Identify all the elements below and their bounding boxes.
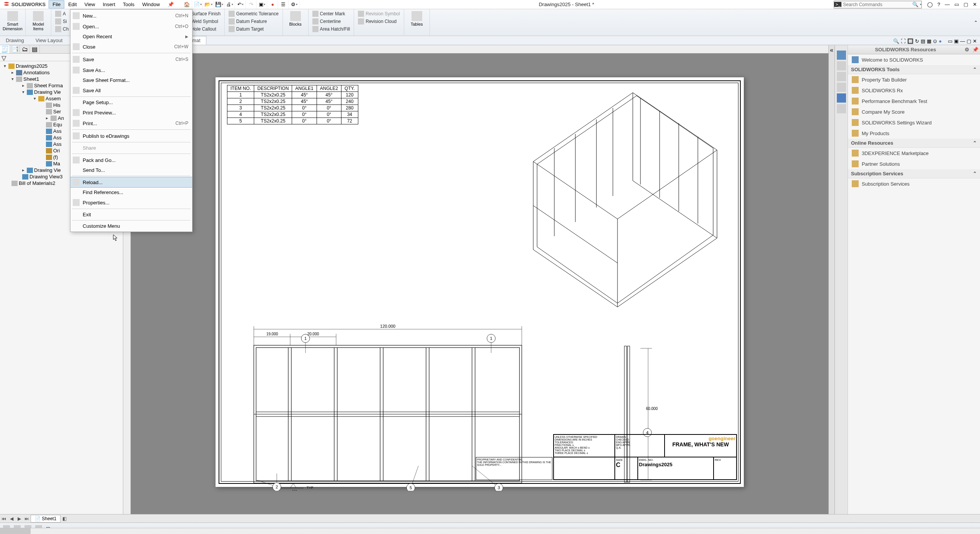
- fm-tab-tree-icon[interactable]: 🧾: [0, 45, 10, 53]
- mdi-restore-icon[interactable]: ▢: [967, 38, 971, 44]
- file-menu-item[interactable]: Pack and Go...: [70, 155, 192, 165]
- mdi-close-icon[interactable]: ✕: [973, 38, 977, 44]
- new-icon[interactable]: 📄▾: [193, 0, 203, 9]
- file-menu-item[interactable]: Customize Menu: [70, 221, 192, 231]
- sphere-icon[interactable]: ●: [939, 38, 942, 44]
- bom-row[interactable]: 1TS2x2x0.2545°45°120: [227, 91, 358, 98]
- menu-file[interactable]: File: [49, 0, 64, 8]
- tool-link[interactable]: Property Tab Builder: [848, 74, 980, 85]
- revision-cloud-button[interactable]: Revision Cloud: [356, 18, 401, 25]
- bom-row[interactable]: 4TS2x2x0.250°0°34: [227, 111, 358, 118]
- section-icon[interactable]: ▧: [921, 38, 925, 44]
- user-icon[interactable]: ◯: [927, 2, 933, 7]
- file-menu-item[interactable]: SaveCtrl+S: [70, 54, 192, 65]
- maximize-icon[interactable]: ▢: [964, 2, 968, 7]
- menu-insert[interactable]: Insert: [99, 0, 119, 8]
- file-menu-item[interactable]: Print...Ctrl+P: [70, 118, 192, 129]
- restore-icon[interactable]: ▭: [954, 2, 959, 7]
- partial-button-a[interactable]: A: [54, 10, 70, 17]
- rebuild-icon[interactable]: ●: [268, 0, 278, 9]
- file-menu-item[interactable]: Exit: [70, 210, 192, 219]
- file-menu-item[interactable]: Open Recent▶: [70, 32, 192, 41]
- minimize-icon[interactable]: —: [945, 2, 950, 7]
- bill-of-materials-table[interactable]: ITEM NO.DESCRIPTIONANGLE1ANGLE2QTY. 1TS2…: [227, 85, 358, 124]
- tab-view-layout[interactable]: View Layout: [30, 36, 69, 45]
- sheet-nav-next-icon[interactable]: ▶: [15, 516, 23, 521]
- select-icon[interactable]: ▣▾: [257, 0, 267, 9]
- partial-button-ch[interactable]: Ch: [54, 26, 70, 33]
- tables-button[interactable]: Tables: [407, 10, 427, 26]
- file-menu-item[interactable]: Send To...: [70, 165, 192, 175]
- display-icon[interactable]: ▦: [927, 38, 931, 44]
- welcome-link[interactable]: Welcome to SOLIDWORKS: [848, 54, 980, 65]
- rotate-icon[interactable]: ↻: [915, 38, 919, 44]
- search-input[interactable]: [841, 2, 911, 7]
- datum-feature-button[interactable]: Datum Feature: [227, 18, 280, 25]
- file-menu-item[interactable]: Save All: [70, 85, 192, 96]
- settings-icon[interactable]: ⚙▾: [289, 0, 299, 9]
- zoom-area-icon[interactable]: ⛶: [901, 38, 906, 44]
- online-link[interactable]: 3DEXPERIENCE Marketplace: [848, 148, 980, 158]
- bom-row[interactable]: 2TS2x2x0.2545°45°240: [227, 98, 358, 105]
- taskpane-collapse-icon[interactable]: «: [828, 45, 835, 514]
- print-icon[interactable]: 🖨▾: [225, 0, 235, 9]
- online-link[interactable]: Partner Solutions: [848, 158, 980, 169]
- options-list-icon[interactable]: ☰: [279, 0, 289, 9]
- ribbon-collapse-icon[interactable]: ⌃: [972, 9, 980, 36]
- smart-dimension-button[interactable]: Smart Dimension: [2, 10, 23, 31]
- file-menu-item[interactable]: Open...Ctrl+O: [70, 21, 192, 32]
- tools-section-header[interactable]: SOLIDWORKS Tools⌃: [848, 65, 980, 74]
- tool-link[interactable]: SOLIDWORKS Settings Wizard: [848, 117, 980, 128]
- zoom-fit-icon[interactable]: 🔍: [893, 38, 899, 44]
- hide-show-icon[interactable]: ⊙: [933, 38, 937, 44]
- drawing-canvas[interactable]: ITEM NO.DESCRIPTIONANGLE1ANGLE2QTY. 1TS2…: [123, 45, 828, 514]
- bom-row[interactable]: 5TS2x2x0.250°0°72: [227, 118, 358, 124]
- subscription-link[interactable]: Subscription Services: [848, 178, 980, 189]
- file-menu-item[interactable]: Properties...: [70, 197, 192, 208]
- tool-link[interactable]: Performance Benchmark Test: [848, 96, 980, 106]
- tool-link[interactable]: SOLIDWORKS Rx: [848, 85, 980, 96]
- save-icon[interactable]: 💾▾: [214, 0, 224, 9]
- menu-pin-icon[interactable]: 📌: [164, 0, 178, 8]
- search-icon[interactable]: 🔍: [911, 2, 920, 7]
- tp-rail-design-lib-icon[interactable]: [837, 61, 846, 70]
- zoom-prev-icon[interactable]: 🔲: [907, 38, 913, 44]
- mdi-link-icon[interactable]: ▭: [948, 38, 952, 44]
- tool-link[interactable]: Compare My Score: [848, 106, 980, 117]
- revision-symbol-button[interactable]: Revision Symbol: [356, 10, 401, 17]
- home-icon[interactable]: 🏠: [182, 0, 192, 9]
- blocks-button[interactable]: Blocks: [285, 10, 306, 26]
- sheet-nav-last-icon[interactable]: ⏭: [23, 516, 31, 521]
- undo-icon[interactable]: ↶▾: [236, 0, 246, 9]
- tab-drawing[interactable]: Drawing: [0, 36, 30, 45]
- geometric-tolerance-button[interactable]: Geometric Tolerance: [227, 10, 280, 17]
- help-icon[interactable]: ?: [938, 2, 940, 7]
- fm-tab-property-icon[interactable]: 📑: [10, 45, 20, 53]
- file-menu-item[interactable]: Find References...: [70, 188, 192, 197]
- file-menu-item[interactable]: Save As...: [70, 65, 192, 75]
- file-menu-item[interactable]: Print Preview...: [70, 107, 192, 118]
- mdi-tile-icon[interactable]: ▣: [954, 38, 959, 44]
- fm-tab-display-icon[interactable]: ▤: [30, 45, 40, 53]
- tp-rail-file-explorer-icon[interactable]: [837, 72, 846, 81]
- add-sheet-icon[interactable]: ◧: [60, 516, 68, 521]
- tree-scrollbar[interactable]: [0, 528, 980, 534]
- subscription-section-header[interactable]: Subscription Services⌃: [848, 169, 980, 178]
- menu-view[interactable]: View: [81, 0, 99, 8]
- centerline-button[interactable]: Centerline: [311, 18, 352, 25]
- tp-rail-resources-icon[interactable]: [837, 51, 846, 60]
- close-icon[interactable]: ✕: [973, 2, 977, 7]
- fm-tab-config-icon[interactable]: 🗂: [20, 45, 30, 53]
- model-items-button[interactable]: Model Items: [28, 10, 49, 31]
- tp-rail-custom-props-icon[interactable]: [837, 104, 846, 113]
- file-menu-item[interactable]: New...Ctrl+N: [70, 10, 192, 21]
- sheet-nav-prev-icon[interactable]: ◀: [8, 516, 15, 521]
- isometric-view[interactable]: [518, 85, 721, 322]
- sheet-tab[interactable]: 📄 Sheet1: [31, 515, 60, 523]
- area-hatch-button[interactable]: Area Hatch/Fill: [311, 26, 352, 33]
- datum-target-button[interactable]: Datum Target: [227, 26, 280, 33]
- redo-icon[interactable]: ↷: [247, 0, 256, 9]
- file-menu-item[interactable]: Save Sheet Format...: [70, 75, 192, 85]
- search-commands[interactable]: ≻_ 🔍▾: [834, 1, 922, 8]
- tp-pin-icon[interactable]: 📌: [971, 47, 980, 52]
